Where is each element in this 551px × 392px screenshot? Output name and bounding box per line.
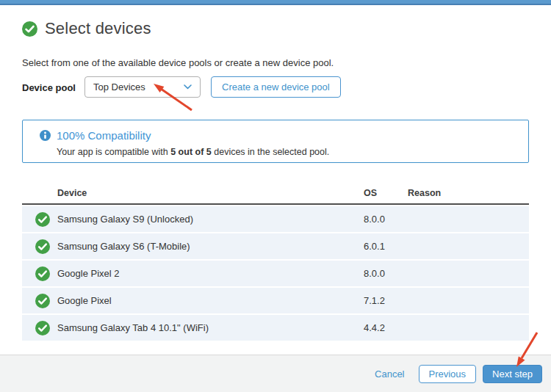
header-os-column: OS xyxy=(364,188,408,198)
device-os: 4.4.2 xyxy=(364,322,408,333)
select-devices-page: Select devices Select from one of the av… xyxy=(0,0,551,392)
check-circle-icon xyxy=(35,212,50,227)
device-name: Google Pixel xyxy=(57,295,364,306)
device-name: Samsung Galaxy Tab 4 10.1" (WiFi) xyxy=(57,322,364,333)
compatibility-title: 100% Compatibility xyxy=(57,129,151,142)
page-heading: Select devices xyxy=(22,19,151,38)
previous-button[interactable]: Previous xyxy=(419,365,477,383)
check-circle-icon xyxy=(35,321,50,335)
next-step-button[interactable]: Next step xyxy=(483,365,542,383)
check-circle-icon xyxy=(35,294,50,308)
create-device-pool-button[interactable]: Create a new device pool xyxy=(211,76,341,98)
wizard-footer: Cancel Previous Next step xyxy=(0,355,551,392)
header-device-column: Device xyxy=(57,188,364,198)
device-pool-label: Device pool xyxy=(22,82,76,93)
table-row: Google Pixel 7.1.2 xyxy=(22,288,529,313)
device-table-body: Samsung Galaxy S9 (Unlocked) 8.0.0 Samsu… xyxy=(22,206,529,341)
device-os: 8.0.0 xyxy=(364,268,408,279)
device-os: 8.0.0 xyxy=(364,214,408,225)
cancel-button[interactable]: Cancel xyxy=(375,369,404,380)
device-table: Device OS Reason Samsung Galaxy S9 (Unlo… xyxy=(22,182,529,341)
header-reason-column: Reason xyxy=(408,188,529,198)
page-title: Select devices xyxy=(45,19,151,38)
device-table-header: Device OS Reason xyxy=(22,182,529,205)
device-pool-selected-value: Top Devices xyxy=(93,81,145,92)
chevron-down-icon xyxy=(184,84,192,90)
device-os: 6.0.1 xyxy=(364,241,408,252)
check-circle-icon xyxy=(35,239,50,254)
device-pool-row: Device pool Top Devices Create a new dev… xyxy=(22,76,529,98)
table-row: Samsung Galaxy Tab 4 10.1" (WiFi) 4.4.2 xyxy=(22,315,529,341)
step-complete-check-icon xyxy=(22,21,37,37)
check-circle-icon xyxy=(35,266,50,281)
compatibility-info-box: 100% Compatibility Your app is compatibl… xyxy=(22,120,529,163)
device-pool-dropdown[interactable]: Top Devices xyxy=(84,76,201,98)
device-name: Samsung Galaxy S9 (Unlocked) xyxy=(57,214,364,225)
compatibility-message: Your app is compatible with 5 out of 5 d… xyxy=(57,147,329,157)
page-subtitle: Select from one of the available device … xyxy=(22,57,334,68)
top-nav-bar-edge xyxy=(0,0,551,5)
table-row: Google Pixel 2 8.0.0 xyxy=(22,261,529,286)
device-name: Samsung Galaxy S6 (T-Mobile) xyxy=(57,241,364,252)
device-os: 7.1.2 xyxy=(364,295,408,306)
table-row: Samsung Galaxy S9 (Unlocked) 8.0.0 xyxy=(22,206,529,232)
table-row: Samsung Galaxy S6 (T-Mobile) 6.0.1 xyxy=(22,233,529,259)
info-icon xyxy=(40,130,51,141)
device-name: Google Pixel 2 xyxy=(57,268,364,279)
